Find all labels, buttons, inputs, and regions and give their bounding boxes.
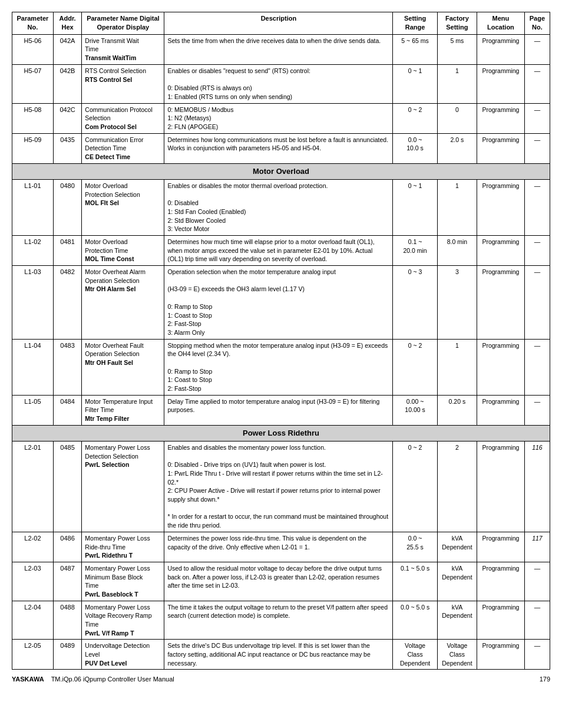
setting-range-cell: 0.0 ~25.5 s <box>393 532 437 562</box>
param-no-cell: L1-02 <box>12 236 54 266</box>
page-no-cell: — <box>524 236 550 266</box>
setting-range-cell: 0.0 ~ 5.0 s <box>393 601 437 640</box>
setting-range-cell: 0 ~ 2 <box>393 339 437 395</box>
section-header-label: Power Loss Ridethru <box>12 425 550 441</box>
addr-hex-cell: 0480 <box>53 179 81 235</box>
table-row: L2-020486Momentary Power LossRide-thru T… <box>12 532 550 562</box>
page-no-cell: — <box>524 133 550 163</box>
param-no-cell: H5-08 <box>12 103 54 133</box>
setting-range-cell: 0 ~ 1 <box>393 179 437 235</box>
param-no-cell: L2-03 <box>12 562 54 601</box>
factory-setting-cell: 0.20 s <box>437 395 477 425</box>
table-row: L2-040488Momentary Power LossVoltage Rec… <box>12 601 550 640</box>
page-no-cell: — <box>524 64 550 103</box>
table-row: L1-030482Motor Overheat AlarmOperation S… <box>12 266 550 340</box>
factory-setting-cell: kVADependent <box>437 601 477 640</box>
factory-setting-cell: 1 <box>437 64 477 103</box>
param-no-cell: L1-04 <box>12 339 54 395</box>
addr-hex-cell: 0487 <box>53 562 81 601</box>
menu-location-cell: Programming <box>477 64 525 103</box>
page-no-cell: — <box>524 179 550 235</box>
description-cell: Enables and disables the momentary power… <box>164 441 393 532</box>
menu-location-cell: Programming <box>477 266 525 340</box>
factory-setting-cell: 3 <box>437 266 477 340</box>
description-cell: Sets the time from when the drive receiv… <box>164 34 393 64</box>
header-addr-hex: Addr. Hex <box>53 12 81 35</box>
menu-location-cell: Programming <box>477 179 525 235</box>
addr-hex-cell: 0488 <box>53 601 81 640</box>
description-cell: Used to allow the residual motor voltage… <box>164 562 393 601</box>
header-setting-range: Setting Range <box>393 12 437 35</box>
addr-hex-cell: 0482 <box>53 266 81 340</box>
menu-location-cell: Programming <box>477 532 525 562</box>
setting-range-cell: 0.1 ~ 5.0 s <box>393 562 437 601</box>
param-name-cell: Motor Overheat FaultOperation SelectionM… <box>82 339 164 395</box>
param-no-cell: L1-05 <box>12 395 54 425</box>
factory-setting-cell: kVADependent <box>437 532 477 562</box>
setting-range-cell: 0.1 ~20.0 min <box>393 236 437 266</box>
menu-location-cell: Programming <box>477 640 525 670</box>
header-param-no: Parameter No. <box>12 12 54 35</box>
section-header-row: Power Loss Ridethru <box>12 425 550 441</box>
description-cell: The time it takes the output voltage to … <box>164 601 393 640</box>
factory-setting-cell: 5 ms <box>437 34 477 64</box>
setting-range-cell: 0 ~ 2 <box>393 441 437 532</box>
page-footer: YASKAWA TM.iQp.06 iQpump Controller User… <box>12 676 550 683</box>
company-name: YASKAWA <box>12 676 44 683</box>
description-cell: Determines the power loss ride-thru time… <box>164 532 393 562</box>
table-row: L1-010480Motor OverloadProtection Select… <box>12 179 550 235</box>
description-cell: Sets the drive's DC Bus undervoltage tri… <box>164 640 393 670</box>
menu-location-cell: Programming <box>477 236 525 266</box>
param-no-cell: L2-02 <box>12 532 54 562</box>
addr-hex-cell: 0484 <box>53 395 81 425</box>
param-name-cell: Drive Transmit WaitTimeTransmit WaitTim <box>82 34 164 64</box>
addr-hex-cell: 042B <box>53 64 81 103</box>
description-cell: Enables or disables "request to send" (R… <box>164 64 393 103</box>
setting-range-cell: 0 ~ 2 <box>393 103 437 133</box>
menu-location-cell: Programming <box>477 34 525 64</box>
factory-setting-cell: VoltageClassDependent <box>437 640 477 670</box>
setting-range-cell: 0 ~ 3 <box>393 266 437 340</box>
param-name-cell: Momentary Power LossVoltage Recovery Ram… <box>82 601 164 640</box>
param-name-cell: Motor OverloadProtection SelectionMOL Fl… <box>82 179 164 235</box>
param-name-cell: Communication ErrorDetection TimeCE Dete… <box>82 133 164 163</box>
menu-location-cell: Programming <box>477 601 525 640</box>
header-param-name: Parameter Name Digital Operator Display <box>82 12 164 35</box>
page-no-cell: — <box>524 103 550 133</box>
page-no-cell: 116 <box>524 441 550 532</box>
param-no-cell: H5-09 <box>12 133 54 163</box>
table-row: H5-07042BRTS Control SelectionRTS Contro… <box>12 64 550 103</box>
param-name-cell: Momentary Power LossDetection SelectionP… <box>82 441 164 532</box>
page-no-cell: 117 <box>524 532 550 562</box>
page-container: Parameter No. Addr. Hex Parameter Name D… <box>12 12 550 683</box>
param-no-cell: H5-06 <box>12 34 54 64</box>
factory-setting-cell: 8.0 min <box>437 236 477 266</box>
table-row: L1-050484Motor Temperature InputFilter T… <box>12 395 550 425</box>
param-name-cell: Undervoltage DetectionLevelPUV Det Level <box>82 640 164 670</box>
menu-location-cell: Programming <box>477 339 525 395</box>
param-no-cell: H5-07 <box>12 64 54 103</box>
page-no-cell: — <box>524 34 550 64</box>
addr-hex-cell: 042C <box>53 103 81 133</box>
param-name-cell: Momentary Power LossRide-thru TimePwrL R… <box>82 532 164 562</box>
menu-location-cell: Programming <box>477 133 525 163</box>
param-no-cell: L2-05 <box>12 640 54 670</box>
table-row: L2-030487Momentary Power LossMinimum Bas… <box>12 562 550 601</box>
section-header-row: Motor Overload <box>12 163 550 179</box>
param-name-cell: Motor Overheat AlarmOperation SelectionM… <box>82 266 164 340</box>
page-no-cell: — <box>524 640 550 670</box>
page-no-cell: — <box>524 562 550 601</box>
setting-range-cell: 0 ~ 1 <box>393 64 437 103</box>
description-cell: Stopping method when the motor temperatu… <box>164 339 393 395</box>
param-name-cell: Momentary Power LossMinimum Base BlockTi… <box>82 562 164 601</box>
description-cell: 0: MEMOBUS / Modbus1: N2 (Metasys)2: FLN… <box>164 103 393 133</box>
setting-range-cell: 0.00 ~10.00 s <box>393 395 437 425</box>
description-cell: Determines how much time will elapse pri… <box>164 236 393 266</box>
table-row: L2-010485Momentary Power LossDetection S… <box>12 441 550 532</box>
table-header-row: Parameter No. Addr. Hex Parameter Name D… <box>12 12 550 35</box>
factory-setting-cell: 2.0 s <box>437 133 477 163</box>
section-header-label: Motor Overload <box>12 163 550 179</box>
table-row: L2-050489Undervoltage DetectionLevelPUV … <box>12 640 550 670</box>
addr-hex-cell: 0489 <box>53 640 81 670</box>
factory-setting-cell: 1 <box>437 339 477 395</box>
